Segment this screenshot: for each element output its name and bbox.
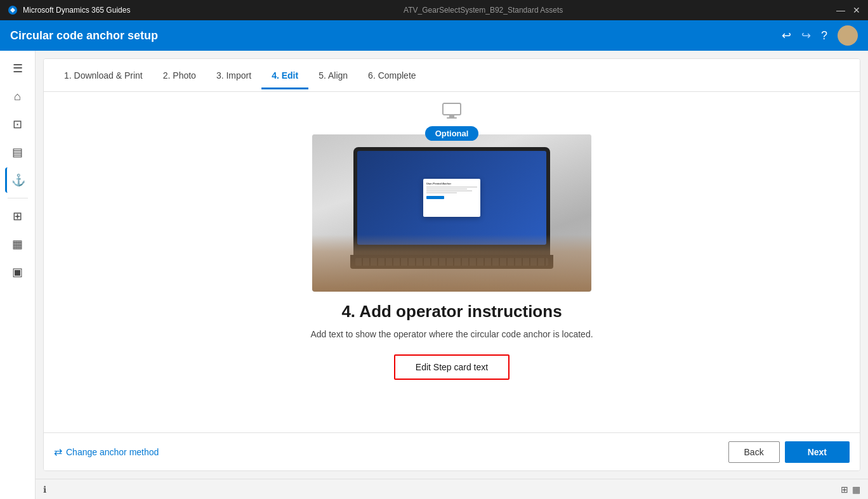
user-avatar[interactable] xyxy=(838,25,858,46)
sidebar-item-report[interactable]: ▣ xyxy=(5,259,30,285)
svg-rect-3 xyxy=(447,117,457,119)
tab-download[interactable]: 1. Download & Print xyxy=(54,62,153,89)
tab-edit[interactable]: 4. Edit xyxy=(261,62,308,89)
tab-complete[interactable]: 6. Complete xyxy=(358,62,426,89)
window-controls: — ✕ xyxy=(836,5,860,15)
title-bar-left: Microsoft Dynamics 365 Guides xyxy=(8,5,130,15)
monitor-icon xyxy=(442,102,462,124)
back-button[interactable]: Back xyxy=(728,441,780,463)
close-button[interactable]: ✕ xyxy=(853,5,860,15)
sidebar-item-menu[interactable]: ☰ xyxy=(5,56,30,81)
sidebar-item-anchor[interactable]: ⚓ xyxy=(5,167,30,193)
optional-badge-container: Optional xyxy=(425,102,479,141)
bottom-bar: ℹ ⊞ ▦ xyxy=(36,479,868,499)
wizard-card: 1. Download & Print 2. Photo 3. Import 4… xyxy=(43,58,860,471)
tab-import[interactable]: 3. Import xyxy=(206,62,261,89)
tab-photo[interactable]: 2. Photo xyxy=(153,62,206,89)
sidebar-item-tasks[interactable]: ⊡ xyxy=(5,112,30,137)
footer-nav: Back Next xyxy=(728,441,850,463)
main-layout: ☰ ⌂ ⊡ ▤ ⚓ ⊞ ▦ ▣ 1. Download & Print 2. P… xyxy=(0,51,868,499)
content-area: 1. Download & Print 2. Photo 3. Import 4… xyxy=(36,51,868,499)
redo-button[interactable]: ↪ xyxy=(801,29,811,42)
step-title: 4. Add operator instructions xyxy=(341,302,562,321)
next-button[interactable]: Next xyxy=(785,441,850,463)
step-image: User-Printed Anchor xyxy=(312,134,591,292)
svg-rect-1 xyxy=(443,103,461,115)
app-header-actions: ↩ ↪ ? xyxy=(782,25,858,46)
app-header: Circular code anchor setup ↩ ↪ ? xyxy=(0,20,868,51)
window-title: ATV_GearSelectSystem_B92_Standard Assets xyxy=(404,6,563,15)
change-anchor-icon: ⇄ xyxy=(54,446,62,458)
sidebar: ☰ ⌂ ⊡ ▤ ⚓ ⊞ ▦ ▣ xyxy=(0,51,36,499)
optional-badge: Optional xyxy=(425,126,479,141)
tabs: 1. Download & Print 2. Photo 3. Import 4… xyxy=(44,59,860,92)
step-content: Optional User-Printed Anchor xyxy=(44,92,860,432)
step-description: Add text to show the operator where the … xyxy=(310,329,593,339)
sidebar-item-table[interactable]: ▦ xyxy=(5,231,30,257)
grid-view-icon[interactable]: ⊞ xyxy=(841,484,848,495)
title-bar: Microsoft Dynamics 365 Guides ATV_GearSe… xyxy=(0,0,868,20)
footer: ⇄ Change anchor method Back Next xyxy=(44,432,860,470)
minimize-button[interactable]: — xyxy=(836,5,845,15)
table-view-icon[interactable]: ▦ xyxy=(852,484,860,495)
app-name: Microsoft Dynamics 365 Guides xyxy=(23,6,130,15)
sidebar-item-grid[interactable]: ⊞ xyxy=(5,204,30,229)
change-anchor-method[interactable]: ⇄ Change anchor method xyxy=(54,446,159,458)
sidebar-item-home[interactable]: ⌂ xyxy=(5,84,30,109)
tab-align[interactable]: 5. Align xyxy=(308,62,358,89)
sidebar-divider xyxy=(8,198,28,198)
app-header-title: Circular code anchor setup xyxy=(10,29,158,42)
app-logo xyxy=(8,5,18,15)
edit-step-card-button[interactable]: Edit Step card text xyxy=(394,354,510,380)
svg-rect-2 xyxy=(449,115,454,117)
undo-button[interactable]: ↩ xyxy=(782,29,791,42)
sidebar-item-content[interactable]: ▤ xyxy=(5,139,30,165)
info-icon[interactable]: ℹ xyxy=(43,484,46,495)
help-button[interactable]: ? xyxy=(821,29,827,42)
